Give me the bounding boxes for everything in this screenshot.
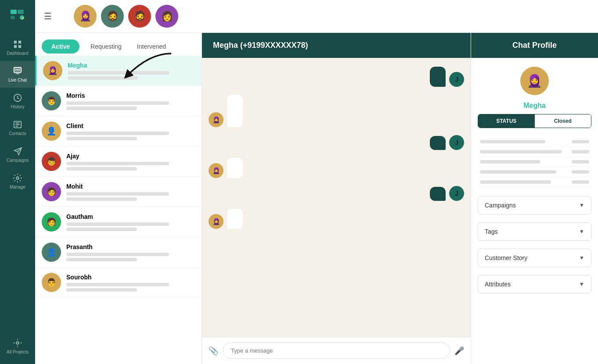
contact-name-ajay: Ajay <box>66 153 195 160</box>
status-tab-value[interactable]: Closed <box>535 114 591 128</box>
content-area: Active Requesting Intervened 🧕 <box>35 33 598 364</box>
profile-field-3 <box>478 157 591 167</box>
sidebar-item-livechat[interactable]: Live Chat <box>0 61 35 88</box>
contact-info-prasanth: Prasanth <box>66 243 195 261</box>
svg-rect-6 <box>18 41 21 43</box>
svg-point-19 <box>16 342 19 344</box>
svg-rect-0 <box>11 10 17 14</box>
contact-item-gautham[interactable]: 🧑 Gautham <box>35 207 202 237</box>
sidebar: ⚡ Dashboard Live Chat History Contacts C… <box>0 0 35 364</box>
avatar-4[interactable]: 👩 <box>155 5 178 28</box>
field-val-4 <box>572 170 589 174</box>
svg-point-11 <box>17 69 18 71</box>
sidebar-item-allprojects[interactable]: All Projects <box>0 333 35 360</box>
avatar-ajay: 👦 <box>42 152 61 171</box>
contact-preview-morris-1 <box>66 101 169 105</box>
sidebar-item-history[interactable]: History <box>0 88 35 114</box>
campaigns-dropdown[interactable]: Campaigns ▼ <box>478 196 591 214</box>
contact-item-morris[interactable]: 👨 Morris <box>35 86 202 116</box>
chat-messages: J 🧕 J <box>202 58 471 337</box>
chat-input[interactable] <box>223 343 450 359</box>
svg-text:⚡: ⚡ <box>21 16 25 20</box>
message-row-3: J <box>209 135 464 150</box>
contact-preview-morris-2 <box>66 107 137 110</box>
field-val-2 <box>572 150 589 153</box>
message-bubble-3 <box>430 136 446 150</box>
attachment-icon[interactable]: 📎 <box>209 346 218 356</box>
campaigns-label: Campaigns <box>485 202 516 209</box>
contact-item-megha[interactable]: 🧕 Megha <box>35 56 202 86</box>
contact-name-megha: Megha <box>68 62 195 69</box>
svg-rect-1 <box>18 10 24 14</box>
avatar-gautham: 🧑 <box>42 212 61 232</box>
chevron-down-icon-campaigns: ▼ <box>579 202 584 208</box>
msg-avatar-recv-2: 🧕 <box>209 163 223 178</box>
contact-preview-prasanth-1 <box>66 253 169 256</box>
chat-header: Megha (+9199XXXXXX78) <box>202 33 471 58</box>
profile-body: 🧕 Megha STATUS Closed <box>471 58 598 306</box>
attributes-dropdown[interactable]: Attributes ▼ <box>478 275 591 293</box>
svg-rect-7 <box>14 45 17 48</box>
contact-preview-gautham-2 <box>66 228 137 231</box>
contact-preview-sourobh-2 <box>66 288 137 292</box>
tags-dropdown[interactable]: Tags ▼ <box>478 222 591 241</box>
message-row-2: 🧕 <box>209 95 464 127</box>
contact-item-sourobh[interactable]: 👨 Sourobh <box>35 268 202 298</box>
field-bar-1 <box>480 140 545 143</box>
tab-requesting[interactable]: Requesting <box>86 39 126 54</box>
chevron-down-icon-story: ▼ <box>579 255 584 261</box>
contact-preview-megha-1 <box>68 71 169 75</box>
field-val-1 <box>572 140 589 143</box>
sidebar-item-contacts[interactable]: Contacts <box>0 114 35 141</box>
contact-preview-prasanth-2 <box>66 258 137 261</box>
svg-rect-8 <box>18 45 21 48</box>
sidebar-campaigns-label: Campaigns <box>7 158 29 163</box>
contact-info-morris: Morris <box>66 92 195 110</box>
contact-item-prasanth[interactable]: 👤 Prasanth <box>35 237 202 268</box>
contact-name-morris: Morris <box>66 92 195 99</box>
contact-item-ajay[interactable]: 👦 Ajay <box>35 146 202 177</box>
contact-info-megha: Megha <box>68 62 195 80</box>
sidebar-item-manage[interactable]: Manage <box>0 168 35 195</box>
contact-info-mohit: Mohit <box>66 183 195 201</box>
tab-active[interactable]: Active <box>42 39 79 54</box>
contact-preview-ajay-2 <box>66 167 137 171</box>
sidebar-allprojects-label: All Projects <box>7 350 29 354</box>
sidebar-item-dashboard[interactable]: Dashboard <box>0 34 35 61</box>
avatar-mohit: 🧑 <box>42 182 61 201</box>
message-row-1: J <box>209 67 464 87</box>
chat-tabs: Active Requesting Intervened <box>35 33 202 56</box>
sidebar-dashboard-label: Dashboard <box>7 51 29 56</box>
svg-rect-5 <box>14 41 17 43</box>
avatar-megha: 🧕 <box>43 61 62 80</box>
contact-name-client: Client <box>66 122 195 129</box>
chevron-down-icon-attributes: ▼ <box>579 281 584 287</box>
contact-item-client[interactable]: 👤 Client <box>35 116 202 146</box>
avatar-morris: 👨 <box>42 91 61 111</box>
contact-preview-ajay-1 <box>66 162 169 165</box>
profile-field-1 <box>478 137 591 147</box>
contact-list: 🧕 Megha 👨 Morris 👤 <box>35 56 202 364</box>
contact-item-mohit[interactable]: 🧑 Mohit <box>35 177 202 207</box>
msg-avatar-sent-2: J <box>449 135 464 150</box>
profile-fields <box>478 132 591 192</box>
tab-intervened[interactable]: Intervened <box>133 39 170 54</box>
field-bar-5 <box>480 180 551 184</box>
sidebar-logo: ⚡ <box>7 4 28 25</box>
menu-icon[interactable]: ☰ <box>44 11 52 21</box>
status-tab-label[interactable]: STATUS <box>478 114 535 128</box>
avatar-3[interactable]: 🧔 <box>128 5 151 28</box>
contact-name-mohit: Mohit <box>66 183 195 190</box>
contact-preview-client-1 <box>66 132 169 135</box>
status-tabs: STATUS Closed <box>478 114 591 128</box>
msg-avatar-sent-1: J <box>449 72 464 87</box>
sidebar-item-campaigns[interactable]: Campaigns <box>0 141 35 168</box>
contact-preview-gautham-1 <box>66 222 169 226</box>
contact-name-prasanth: Prasanth <box>66 243 195 250</box>
profile-panel: Chat Profile 🧕 Megha STATUS Closed <box>471 33 598 364</box>
message-row-5: J <box>209 186 464 201</box>
avatar-2[interactable]: 🧔 <box>101 5 124 28</box>
customer-story-dropdown[interactable]: Customer Story ▼ <box>478 249 591 267</box>
avatar-1[interactable]: 🧕 <box>74 5 97 28</box>
mic-icon[interactable]: 🎤 <box>454 346 464 356</box>
